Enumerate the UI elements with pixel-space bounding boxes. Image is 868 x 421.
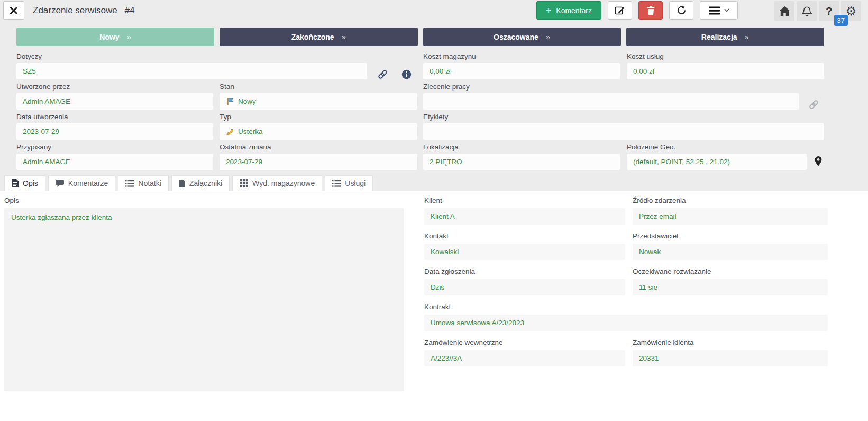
link-icon [377, 69, 388, 80]
przedstawiciel-field[interactable]: Nowak [633, 244, 828, 260]
top-bar: Zdarzenie serwisowe#4 + Komentarz [0, 0, 868, 23]
koszt-magazynu-label: Koszt magazynu [423, 52, 620, 61]
etykiety-field[interactable] [423, 123, 824, 140]
klient-label: Klient [424, 196, 625, 205]
grid-icon [240, 179, 248, 187]
tab-content: Opis Usterka zgłaszana przez klienta Kli… [0, 191, 868, 421]
kontakt-field[interactable]: Kowalski [424, 244, 625, 260]
edit-button[interactable] [608, 1, 632, 20]
link-icon [808, 99, 819, 110]
close-button[interactable] [3, 1, 24, 20]
koszt-magazynu-field[interactable]: 0,00 zł [423, 63, 620, 79]
notifications-button[interactable] [797, 1, 817, 21]
menu-button[interactable] [700, 1, 738, 20]
map-pin-icon [815, 156, 822, 166]
tab-komentarze[interactable]: Komentarze [48, 175, 115, 191]
stan-label: Stan [220, 83, 417, 92]
workflow-step-label: Nowy [99, 33, 119, 41]
workflow-step-oszacowane[interactable]: Oszacowane » [423, 28, 621, 46]
flag-icon [226, 97, 234, 106]
zamowienie-wewnetrzne-field[interactable]: A/223//3A [424, 350, 625, 366]
list-icon [332, 180, 341, 187]
double-arrow-icon: » [342, 32, 346, 41]
tab-label: Komentarze [68, 179, 108, 187]
kontrakt-label: Kontrakt [424, 303, 828, 312]
workflow-step-label: Zakończone [291, 33, 334, 41]
double-arrow-icon: » [546, 32, 550, 41]
dotyczy-link-button[interactable] [377, 69, 388, 80]
edit-icon [615, 5, 625, 16]
close-icon [10, 6, 18, 15]
record-header-section: Zdarzenie serwisowe#4 + Komentarz [0, 0, 868, 191]
workflow-step-label: Realizacja [701, 33, 737, 41]
koszt-uslug-field[interactable]: 0,00 zł [627, 63, 824, 79]
zamowienie-klienta-field[interactable]: 20331 [633, 350, 828, 366]
ostatnia-zmiana-field[interactable]: 2023-07-29 [220, 154, 417, 170]
data-utworzenia-field[interactable]: 2023-07-29 [16, 123, 213, 140]
tab-label: Opis [23, 179, 38, 187]
horn-icon [226, 128, 234, 136]
tab-uslugi[interactable]: Usługi [325, 175, 373, 191]
lokalizacja-field[interactable]: 2 PIĘTRO [423, 154, 620, 170]
tab-label: Usługi [345, 179, 366, 187]
tab-zalaczniki[interactable]: Załączniki [171, 175, 230, 191]
typ-field[interactable]: Usterka [220, 123, 417, 140]
zrodlo-zdarzenia-field[interactable]: Przez email [633, 208, 828, 225]
bell-icon [802, 6, 812, 17]
oczekiwane-rozwiazanie-label: Oczekiwane rozwiązanie [633, 267, 828, 276]
delete-button[interactable] [638, 1, 663, 20]
tab-opis[interactable]: Opis [4, 175, 45, 191]
geo-map-button[interactable] [815, 156, 822, 166]
add-comment-label: Komentarz [556, 6, 592, 15]
kontrakt-field[interactable]: Umowa serwisowa A/23/2023 [424, 315, 828, 331]
details-panel: Klient Klient A Źródło zdarzenia Przez e… [424, 191, 828, 421]
tab-wyd-magazynowe[interactable]: Wyd. magazynowe [232, 175, 322, 191]
data-zgloszenia-label: Data zgłoszenia [424, 267, 625, 276]
dotyczy-info-button[interactable] [401, 69, 412, 79]
data-zgloszenia-field[interactable]: Dziś [424, 279, 625, 295]
lokalizacja-label: Lokalizacja [423, 143, 620, 152]
ostatnia-zmiana-label: Ostatnia zmiana [220, 143, 417, 152]
chevron-down-icon [724, 8, 729, 12]
help-icon: ? [826, 5, 832, 17]
opis-text-field[interactable]: Usterka zgłaszana przez klienta [4, 208, 404, 391]
klient-field[interactable]: Klient A [424, 208, 625, 225]
stan-field[interactable]: Nowy [220, 93, 417, 110]
zlecenie-pracy-link-button[interactable] [808, 99, 819, 110]
dotyczy-field[interactable]: SZ5 [16, 63, 367, 79]
tab-notatki[interactable]: Notatki [118, 175, 169, 191]
refresh-icon [677, 5, 687, 15]
tab-label: Załączniki [189, 179, 222, 187]
dotyczy-label: Dotyczy [16, 52, 417, 61]
etykiety-label: Etykiety [423, 113, 824, 122]
workflow-step-realizacja[interactable]: Realizacja » [626, 28, 824, 46]
page-title-text: Zdarzenie serwisowe [33, 5, 117, 15]
menu-icon [709, 6, 720, 15]
workflow-step-zakonczone[interactable]: Zakończone » [220, 28, 417, 46]
oczekiwane-rozwiazanie-field[interactable]: 11 sie [633, 279, 828, 295]
comment-icon [56, 180, 64, 187]
workflow-bar: Nowy » Zakończone » Oszacowane » Realiza… [16, 28, 824, 46]
page-title: Zdarzenie serwisowe#4 [33, 5, 135, 16]
help-button[interactable]: ? 37 [819, 1, 839, 21]
overview-fields: Dotyczy SZ5 Utworzone przez Admin AMAGE … [16, 49, 824, 170]
przypisany-field[interactable]: Admin AMAGE [16, 154, 213, 170]
add-comment-button[interactable]: + Komentarz [536, 1, 601, 20]
polozenie-geo-field[interactable]: (default, POINT, 52.25 , 21.02) [627, 154, 807, 170]
workflow-step-label: Oszacowane [494, 33, 538, 41]
utworzone-przez-field[interactable]: Admin AMAGE [16, 93, 213, 110]
zlecenie-pracy-label: Zlecenie pracy [423, 83, 824, 92]
zlecenie-pracy-field[interactable] [423, 93, 799, 110]
home-button[interactable] [774, 1, 794, 21]
double-arrow-icon: » [127, 32, 131, 41]
zamowienie-klienta-label: Zamówienie klienta [633, 338, 828, 347]
info-icon [401, 69, 412, 79]
refresh-button[interactable] [669, 1, 693, 20]
document-icon [12, 179, 19, 187]
description-panel: Opis Usterka zgłaszana przez klienta [0, 191, 418, 421]
overview-left-column: Dotyczy SZ5 Utworzone przez Admin AMAGE … [16, 49, 417, 170]
przypisany-label: Przypisany [16, 143, 213, 152]
workflow-step-nowy[interactable]: Nowy » [16, 28, 214, 46]
double-arrow-icon: » [745, 32, 749, 41]
action-toolbar: + Komentarz [536, 1, 738, 20]
